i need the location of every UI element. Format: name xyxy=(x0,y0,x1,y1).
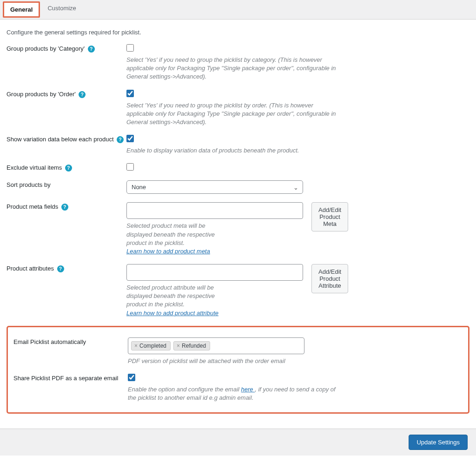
row-variation: Show variation data below each product ?… xyxy=(7,135,469,155)
row-exclude-virtual: Exclude virtual items ? xyxy=(7,163,469,172)
help-icon[interactable]: ? xyxy=(88,46,95,53)
label-group-order: Group products by 'Order' xyxy=(7,91,76,98)
help-icon[interactable]: ? xyxy=(57,265,64,272)
content-area: Configure the general settings required … xyxy=(0,20,476,429)
tab-general[interactable]: General xyxy=(4,3,39,16)
input-product-attr[interactable] xyxy=(126,264,303,281)
checkbox-group-category[interactable] xyxy=(126,44,134,52)
desc-variation: Enable to display variation data of prod… xyxy=(126,146,340,155)
select-sort[interactable]: None xyxy=(126,180,303,194)
label-variation: Show variation data below each product xyxy=(7,136,114,143)
tab-bar: General Customize xyxy=(0,0,476,20)
row-group-category: Group products by 'Category' ? Select 'Y… xyxy=(7,44,469,81)
tab-customize[interactable]: Customize xyxy=(40,0,83,19)
desc-group-category: Select 'Yes' if you need to group the pi… xyxy=(126,56,340,81)
add-edit-meta-button[interactable]: Add/Edit Product Meta xyxy=(311,202,348,231)
label-share-pdf: Share Picklist PDF as a separate email xyxy=(13,375,118,382)
label-exclude-virtual: Exclude virtual items xyxy=(7,164,62,171)
help-icon[interactable]: ? xyxy=(79,91,86,98)
row-group-order: Group products by 'Order' ? Select 'Yes'… xyxy=(7,90,469,127)
footer-bar: Update Settings xyxy=(0,429,476,456)
close-icon[interactable]: × xyxy=(177,343,180,349)
checkbox-share-pdf[interactable] xyxy=(128,374,135,381)
help-icon[interactable]: ? xyxy=(117,136,124,143)
desc-product-meta: Selected product meta will be displayed … xyxy=(126,222,229,256)
row-product-meta: Product meta fields ? Selected product m… xyxy=(7,202,469,256)
label-email-auto: Email Picklist automatically xyxy=(13,338,86,345)
label-product-meta: Product meta fields xyxy=(7,203,58,210)
desc-group-order: Select 'Yes' if you need to group the pi… xyxy=(126,101,340,127)
row-email-auto: Email Picklist automatically ×Completed … xyxy=(13,337,463,365)
link-learn-meta[interactable]: Learn how to add product meta xyxy=(126,248,210,255)
input-product-meta[interactable] xyxy=(126,202,303,219)
add-edit-attr-button[interactable]: Add/Edit Product Attribute xyxy=(311,264,348,293)
intro-text: Configure the general settings required … xyxy=(7,29,469,36)
help-icon[interactable]: ? xyxy=(61,204,68,211)
label-sort: Sort products by xyxy=(7,181,51,188)
checkbox-exclude-virtual[interactable] xyxy=(126,163,134,171)
link-learn-attr[interactable]: Learn how to add product attribute xyxy=(126,310,218,317)
tags-input-email-auto[interactable]: ×Completed ×Refunded xyxy=(128,337,304,354)
row-sort: Sort products by None ⌄ xyxy=(7,180,469,194)
row-share-pdf: Share Picklist PDF as a separate email E… xyxy=(13,374,463,402)
update-settings-button[interactable]: Update Settings xyxy=(409,435,468,450)
row-product-attr: Product attributes ? Selected product at… xyxy=(7,264,469,317)
tag-completed[interactable]: ×Completed xyxy=(131,341,171,350)
checkbox-group-order[interactable] xyxy=(126,90,134,97)
highlight-box: Email Picklist automatically ×Completed … xyxy=(7,326,469,414)
label-group-category: Group products by 'Category' xyxy=(7,45,85,52)
checkbox-variation[interactable] xyxy=(126,135,134,142)
desc-email-auto: PDF version of picklist will be attached… xyxy=(128,357,342,365)
label-product-attr: Product attributes xyxy=(7,265,54,272)
close-icon[interactable]: × xyxy=(134,343,138,349)
link-configure-email[interactable]: here xyxy=(241,386,255,393)
help-icon[interactable]: ? xyxy=(65,165,72,172)
tag-refunded[interactable]: ×Refunded xyxy=(173,341,210,350)
tab-general-highlight: General xyxy=(3,1,40,18)
desc-product-attr: Selected product attribute will be displ… xyxy=(126,284,229,317)
desc-share-pdf: Enable the option and configure the emai… xyxy=(128,385,342,402)
